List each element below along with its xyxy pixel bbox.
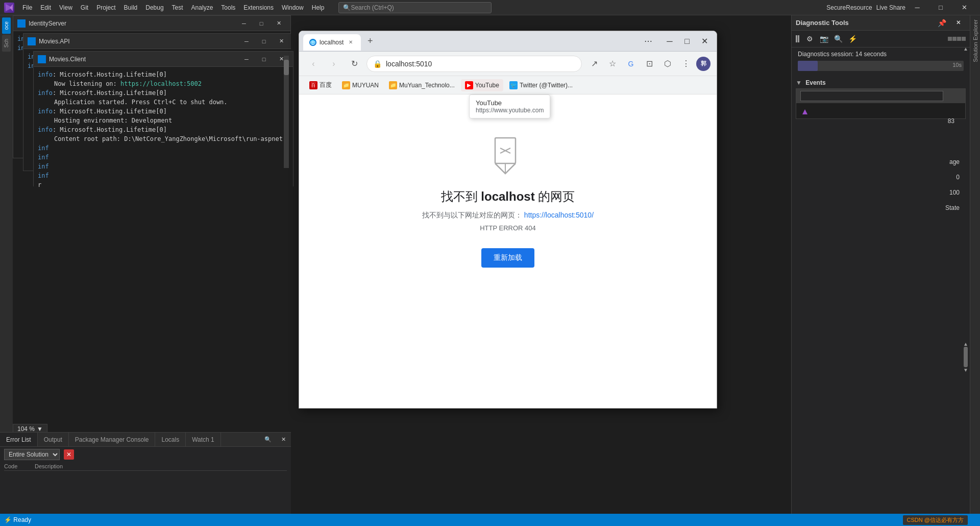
menu-file[interactable]: File — [18, 0, 36, 15]
close-btn[interactable]: ✕ — [952, 0, 976, 15]
browser-settings-btn[interactable]: ⋮ — [678, 56, 694, 72]
menu-git[interactable]: Git — [77, 0, 92, 15]
events-collapse-icon[interactable]: ▼ — [796, 79, 802, 86]
browser-window: 🌐 localhost ✕ + ⋯ ─ □ ✕ ‹ › ↻ 🔒 localhos… — [299, 31, 717, 409]
browser-tab-localhost[interactable]: 🌐 localhost ✕ — [303, 34, 361, 51]
scroll-up-arrow[interactable]: ▲ — [963, 46, 968, 52]
sidebar-split-btn[interactable]: ⊡ — [641, 56, 657, 72]
terminal-identity-restore[interactable]: □ — [254, 18, 269, 29]
bookmark-muyuan-techno[interactable]: 📁 MuYuan_Technolo... — [385, 79, 459, 91]
nav-reload-btn[interactable]: ↻ — [346, 56, 362, 72]
bottom-panel-search[interactable]: 🔍 — [260, 435, 276, 445]
menu-tools[interactable]: Tools — [217, 0, 239, 15]
diag-icon2 — [952, 37, 957, 41]
tab-output[interactable]: Output — [38, 433, 69, 446]
bookmark-baidu[interactable]: 百 百度 — [305, 79, 336, 91]
diag-settings-btn[interactable]: ⚙ — [803, 33, 816, 45]
bottom-panel: Error List Output Package Manager Consol… — [0, 432, 291, 514]
client-line-12: inf — [38, 171, 289, 180]
menu-test[interactable]: Test — [168, 0, 187, 15]
tab-locals[interactable]: Locals — [155, 433, 186, 446]
share-btn[interactable]: ↗ — [586, 56, 602, 72]
solution-explorer-label[interactable]: Solution Explorer — [971, 15, 979, 66]
tab-package-manager[interactable]: Package Manager Console — [69, 433, 156, 446]
browser-close-btn[interactable]: ✕ — [696, 33, 713, 50]
menu-view[interactable]: View — [55, 0, 77, 15]
terminal-client-titlebar: Movies.Client ─ □ ✕ — [34, 52, 293, 67]
diag-snapshot-btn[interactable]: 📷 — [818, 33, 830, 45]
diag-filter-btn[interactable]: ⚡ — [846, 33, 859, 45]
menu-analyze[interactable]: Analyze — [187, 0, 217, 15]
scroll-thumb[interactable] — [964, 347, 968, 367]
terminal-api-close[interactable]: ✕ — [274, 36, 289, 46]
error-code: HTTP ERROR 404 — [480, 224, 536, 232]
terminal-client-restore[interactable]: □ — [256, 54, 272, 64]
bookmark-youtube[interactable]: ▶ YouTube — [461, 79, 503, 91]
diag-search-btn[interactable]: 🔍 — [832, 33, 844, 45]
menu-edit[interactable]: Edit — [36, 0, 55, 15]
menu-window[interactable]: Window — [278, 0, 308, 15]
menu-project[interactable]: Project — [92, 0, 119, 15]
live-share-btn[interactable]: Live Share — [876, 4, 905, 11]
menu-help[interactable]: Help — [308, 0, 329, 15]
terminal-identity-close[interactable]: ✕ — [271, 18, 286, 29]
bookmark-baidu-label: 百度 — [320, 81, 332, 89]
error-icon-btn[interactable]: ✕ — [64, 449, 74, 460]
terminal-client-minimize[interactable]: ─ — [239, 54, 254, 64]
client-line-r: r — [38, 180, 289, 187]
client-line-9: inf — [38, 144, 289, 153]
translate-btn[interactable]: G — [623, 56, 639, 72]
bookmark-btn[interactable]: ☆ — [604, 56, 621, 72]
browser-tab-close[interactable]: ✕ — [347, 38, 355, 46]
menu-build[interactable]: Build — [120, 0, 142, 15]
diag-toolbar: ⚙ 📷 🔍 ⚡ — [792, 31, 970, 47]
svg-rect-4 — [39, 57, 44, 62]
browser-profile-btn[interactable]: 郭 — [696, 57, 710, 71]
diag-pin-btn[interactable]: 📌 — [934, 18, 949, 28]
minimize-btn[interactable]: ─ — [905, 0, 929, 15]
search-placeholder: Search (Ctrl+Q) — [351, 4, 394, 11]
solution-sidebar-strip: Solution Explorer — [970, 15, 980, 526]
search-bar[interactable]: 🔍 Search (Ctrl+Q) — [338, 2, 492, 13]
reload-button[interactable]: 重新加载 — [481, 248, 534, 268]
browser-minimize-btn[interactable]: ─ — [662, 33, 678, 50]
browser-more-btn[interactable]: ⋯ — [640, 33, 656, 50]
client-line-11: inf — [38, 162, 289, 171]
extensions-btn[interactable]: ⬡ — [659, 56, 676, 72]
menu-debug[interactable]: Debug — [141, 0, 167, 15]
menu-extensions[interactable]: Extensions — [239, 0, 278, 15]
diag-close-btn[interactable]: ✕ — [950, 18, 966, 28]
maximize-btn[interactable]: □ — [929, 0, 952, 15]
new-tab-btn[interactable]: + — [363, 34, 377, 49]
browser-tab-icon: 🌐 — [309, 39, 316, 46]
browser-maximize-btn[interactable]: □ — [679, 33, 695, 50]
solution-dropdown[interactable]: Entire Solution — [4, 449, 60, 460]
diag-icon3 — [957, 37, 961, 41]
terminal-identity-titlebar: IdentityServer ─ □ ✕ — [13, 16, 290, 31]
diagnostics-title: Diagnostic Tools — [796, 19, 934, 27]
tab-sch[interactable]: Sch — [2, 35, 11, 52]
vs-logo — [4, 3, 14, 13]
terminal-api-restore[interactable]: □ — [256, 36, 272, 46]
nav-forward-btn[interactable]: › — [326, 56, 342, 72]
status-bar: ⚡ Ready CSDN @信达必有方方 — [0, 514, 980, 526]
ide-body: oce Sch IdentityServer ─ □ ✕ info : — [0, 15, 980, 526]
bookmark-muyuan[interactable]: 📁 MUYUAN — [338, 79, 383, 91]
events-input[interactable] — [800, 91, 943, 101]
terminal-client-title: Movies.Client — [49, 56, 239, 63]
scroll-up2[interactable]: ▲ — [963, 341, 968, 347]
address-bar[interactable]: 🔒 localhost:5010 — [366, 56, 582, 72]
nav-back-btn[interactable]: ‹ — [305, 56, 322, 72]
terminal-identity-minimize[interactable]: ─ — [236, 18, 252, 29]
tab-watch[interactable]: Watch 1 — [186, 433, 221, 446]
bookmark-twitter[interactable]: 🐦 Twitter (@Twitter)... — [505, 79, 577, 91]
zoom-dropdown-icon[interactable]: ▼ — [37, 425, 43, 433]
terminal-api-minimize[interactable]: ─ — [239, 36, 254, 46]
tab-oce[interactable]: oce — [2, 17, 11, 34]
col-description: Description — [35, 463, 63, 469]
bookmark-muyuan-label: MUYUAN — [352, 82, 379, 89]
scroll-down2[interactable]: ▼ — [963, 367, 968, 373]
bottom-panel-close[interactable]: ✕ — [276, 435, 291, 445]
client-line-4: Application started. Press Ctrl+C to shu… — [38, 98, 289, 107]
tab-error-list[interactable]: Error List — [0, 433, 38, 446]
